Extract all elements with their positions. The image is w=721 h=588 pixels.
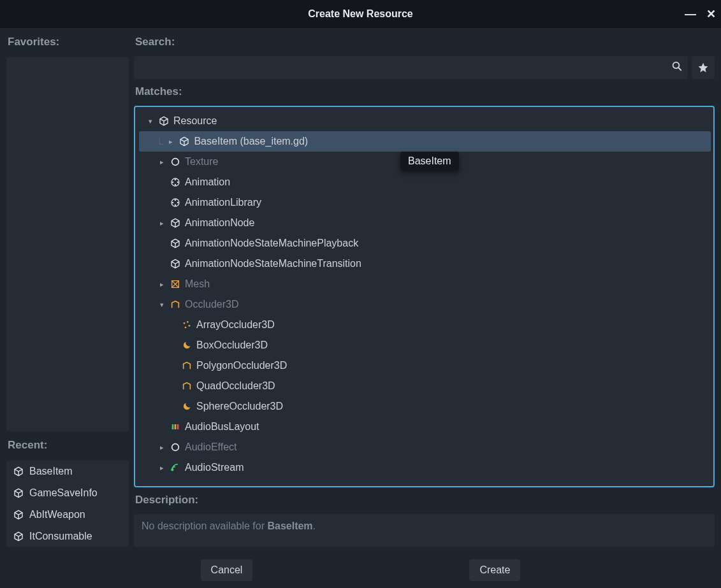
- description-prefix: No description available for: [142, 520, 267, 531]
- dialog-title: Create New Resource: [308, 8, 413, 20]
- tree-item-label: AnimationNodeStateMachineTransition: [185, 258, 361, 269]
- svg-point-6: [177, 182, 179, 183]
- bus-icon: [170, 421, 181, 433]
- svg-point-5: [172, 182, 174, 183]
- create-button[interactable]: Create: [469, 559, 520, 581]
- recent-item[interactable]: AbItWeapon: [6, 504, 129, 526]
- favorites-list[interactable]: [6, 57, 129, 431]
- stream-icon: [170, 462, 181, 473]
- expand-arrow-icon[interactable]: ▾: [147, 117, 154, 125]
- cube-icon: [13, 509, 24, 520]
- svg-point-19: [185, 327, 187, 329]
- tree-item-label: PolygonOccluder3D: [196, 360, 287, 371]
- occ-icon: [170, 299, 181, 310]
- tree-item-label: AnimationNode: [185, 217, 254, 229]
- tree-item-label: BoxOccluder3D: [196, 340, 268, 351]
- tree-item[interactable]: BoxOccluder3D: [139, 335, 711, 355]
- svg-point-17: [187, 321, 189, 323]
- tree-item[interactable]: ▸AudioEffect: [139, 437, 711, 457]
- expand-arrow-icon[interactable]: ▸: [158, 464, 166, 472]
- tree-item[interactable]: SphereOccluder3D: [139, 396, 711, 417]
- expand-arrow-icon[interactable]: ▸: [158, 280, 166, 289]
- tree-item[interactable]: AnimationLibrary: [139, 192, 711, 213]
- description-label: Description:: [134, 491, 715, 510]
- occ-icon: [181, 380, 193, 392]
- tree-item[interactable]: Animation: [139, 172, 711, 192]
- recent-item-label: GameSaveInfo: [29, 487, 98, 499]
- svg-point-12: [175, 204, 177, 206]
- tree-item-label: BaseItem (base_item.gd): [194, 136, 308, 147]
- circle-icon: [170, 441, 181, 453]
- tree-item[interactable]: L▸BaseItem (base_item.gd): [139, 131, 711, 152]
- tree-item-label: ArrayOccluder3D: [196, 319, 275, 331]
- svg-point-9: [175, 199, 177, 201]
- favorite-toggle-button[interactable]: [692, 56, 715, 79]
- expand-arrow-icon[interactable]: ▸: [158, 219, 166, 227]
- svg-point-7: [175, 184, 177, 186]
- tree-guide: L: [158, 136, 163, 147]
- tree-item-label: AudioBusLayout: [185, 421, 259, 433]
- tree-item[interactable]: ▾Resource: [139, 111, 711, 131]
- tree-item-label: Texture: [185, 156, 218, 168]
- mesh-icon: [170, 278, 181, 290]
- tree-item[interactable]: AudioBusLayout: [139, 417, 711, 437]
- svg-rect-21: [175, 424, 177, 429]
- description-suffix: .: [313, 520, 316, 531]
- moon-icon: [181, 340, 193, 351]
- film-icon: [170, 197, 181, 208]
- tree-item[interactable]: ▸AnimationNode: [139, 213, 711, 233]
- tree-item-label: SphereOccluder3D: [196, 401, 283, 412]
- tree-item[interactable]: PolygonOccluder3D: [139, 355, 711, 376]
- expand-arrow-icon[interactable]: ▾: [158, 301, 166, 309]
- svg-rect-20: [172, 424, 174, 429]
- recent-item[interactable]: ItConsumable: [6, 526, 129, 547]
- resource-tree[interactable]: ▾ResourceL▸BaseItem (base_item.gd)▸Textu…: [135, 107, 713, 486]
- tree-item-label: Resource: [173, 115, 217, 127]
- cube-icon: [13, 531, 24, 542]
- tree-item-label: QuadOccluder3D: [196, 380, 275, 392]
- tree-item-label: AudioEffect: [185, 441, 237, 453]
- tree-item-label: AudioStream: [185, 462, 244, 473]
- minimize-button[interactable]: —: [685, 8, 696, 21]
- tree-item[interactable]: ▸AudioStream: [139, 457, 711, 478]
- close-button[interactable]: ✕: [706, 7, 716, 21]
- tree-item-label: Mesh: [185, 278, 210, 290]
- svg-point-10: [172, 202, 174, 204]
- svg-point-2: [172, 159, 179, 166]
- cube-icon: [178, 136, 190, 147]
- tree-item[interactable]: ▸Mesh: [139, 274, 711, 294]
- search-input[interactable]: [139, 62, 671, 73]
- cancel-button[interactable]: Cancel: [201, 559, 253, 581]
- tree-item[interactable]: AnimationNodeStateMachineTransition: [139, 254, 711, 274]
- cube-icon: [170, 238, 181, 249]
- tree-item[interactable]: AnimationNodeStateMachinePlayback: [139, 233, 711, 254]
- recent-item[interactable]: BaseItem: [6, 461, 129, 482]
- tree-item-label: Animation: [185, 176, 230, 188]
- cube-icon: [13, 487, 24, 499]
- tree-item[interactable]: QuadOccluder3D: [139, 376, 711, 396]
- search-label: Search:: [134, 33, 715, 52]
- create-resource-dialog: Create New Resource — ✕ Favorites: Recen…: [0, 0, 721, 588]
- tree-item-label: AnimationNodeStateMachinePlayback: [185, 238, 358, 249]
- description-panel: No description available for BaseItem.: [134, 514, 715, 547]
- search-box: [134, 56, 688, 79]
- tree-item-label: AnimationLibrary: [185, 197, 261, 208]
- expand-arrow-icon[interactable]: ▸: [158, 158, 166, 166]
- recent-item-label: AbItWeapon: [29, 509, 85, 520]
- moon-icon: [181, 401, 193, 412]
- matches-panel: ▾ResourceL▸BaseItem (base_item.gd)▸Textu…: [134, 106, 715, 487]
- cube-icon: [13, 466, 24, 477]
- expand-arrow-icon[interactable]: ▸: [167, 138, 175, 146]
- search-icon[interactable]: [671, 61, 683, 75]
- svg-point-18: [189, 325, 191, 327]
- occ-dots-icon: [181, 319, 193, 331]
- tree-item[interactable]: ▾Occluder3D: [139, 294, 711, 315]
- recent-item[interactable]: GameSaveInfo: [6, 482, 129, 504]
- svg-point-0: [673, 62, 680, 69]
- matches-label: Matches:: [134, 83, 715, 102]
- svg-line-1: [678, 68, 681, 71]
- expand-arrow-icon[interactable]: ▸: [158, 443, 166, 452]
- recent-label: Recent:: [6, 436, 129, 455]
- tree-item[interactable]: ▸Texture: [139, 152, 711, 172]
- tree-item[interactable]: ArrayOccluder3D: [139, 315, 711, 335]
